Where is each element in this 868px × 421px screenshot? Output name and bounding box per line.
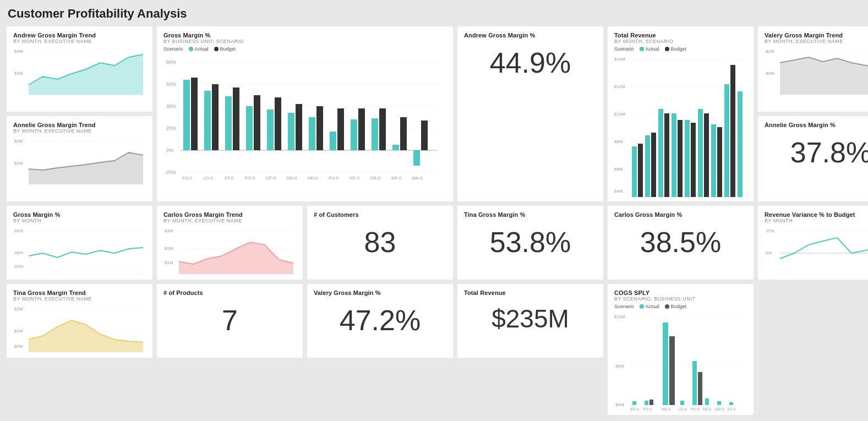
svg-rect-88: [704, 113, 709, 197]
cogs-sply-chart: $10M $5M $0M: [614, 311, 747, 411]
svg-rect-93: [738, 91, 743, 197]
svg-text:40%: 40%: [14, 250, 23, 255]
svg-rect-84: [678, 120, 683, 197]
tina-gm-trend-title: Tina Gross Margin Trend: [13, 289, 146, 296]
valery-gm-trend-chart: $1M $0M Jan Feb Mar Apr May Jun Jul Aug …: [765, 46, 868, 96]
svg-text:$1M: $1M: [165, 260, 173, 265]
svg-text:$2M: $2M: [14, 139, 23, 144]
gross-margin-pct-subtitle: BY BUSINESS UNIT, SCENARIO: [163, 39, 446, 44]
svg-rect-38: [296, 104, 302, 150]
svg-rect-77: [632, 146, 637, 197]
gross-margin-pct-title: Gross Margin %: [163, 32, 446, 39]
svg-text:ER-0: ER-0: [630, 407, 639, 411]
svg-text:$1M: $1M: [14, 161, 23, 166]
svg-text:20%: 20%: [166, 125, 176, 131]
valery-gm-trend-subtitle: BY MONTH, EXECUTIVE NAME: [765, 39, 868, 44]
svg-text:40%: 40%: [166, 103, 176, 109]
budget-legend-cogs: Budget: [665, 304, 687, 309]
svg-rect-50: [421, 121, 428, 150]
svg-rect-204: [645, 401, 648, 405]
svg-text:PU-0: PU-0: [329, 176, 339, 181]
svg-text:10%: 10%: [766, 228, 774, 233]
svg-rect-45: [372, 118, 378, 150]
svg-text:-20%: -20%: [165, 170, 176, 175]
andrew-gm-trend-chart: $4M $2M Jan Feb Mar Apr May Jun Jul Aug: [13, 46, 146, 96]
card-total-revenue-chart: Total Revenue BY MONTH, SCENARIO Scenari…: [608, 26, 754, 201]
svg-rect-41: [330, 132, 336, 150]
svg-text:$10M: $10M: [614, 112, 625, 117]
total-revenue-big-value: $235M: [464, 296, 597, 337]
svg-rect-83: [672, 113, 676, 197]
svg-text:$1M: $1M: [14, 329, 23, 333]
num-customers-title: # of Customers: [314, 211, 446, 218]
scenario-label-cogs: Scenario: [614, 304, 634, 309]
total-revenue-legend: Scenario Actual Budget: [614, 46, 747, 52]
svg-rect-80: [651, 133, 656, 197]
actual-legend: Actual: [189, 46, 209, 52]
gm-pct-line-subtitle: BY MONTH: [13, 218, 146, 223]
valery-gm-pct-value: 47.2%: [314, 296, 446, 340]
budget-dot-tr: [665, 47, 669, 51]
tina-gm-trend-subtitle: BY MONTH, EXECUTIVE NAME: [13, 296, 146, 302]
svg-rect-31: [225, 96, 232, 150]
svg-rect-203: [632, 401, 636, 405]
svg-text:$14M: $14M: [614, 57, 625, 62]
card-revenue-variance: Revenue Variance % to Budget BY MONTH 10…: [758, 206, 868, 280]
svg-rect-206: [663, 322, 668, 405]
svg-rect-27: [183, 80, 190, 150]
svg-rect-86: [691, 123, 696, 197]
tina-gm-trend-chart: $2M $1M $0M Jan Feb Mar Apr May Jun Jul …: [13, 304, 146, 353]
svg-text:$0M: $0M: [14, 344, 23, 349]
card-gross-margin-pct: Gross Margin % BY BUSINESS UNIT, SCENARI…: [157, 26, 453, 201]
annelie-gm-trend-title: Annelie Gross Margin Trend: [13, 122, 146, 128]
svg-rect-81: [658, 109, 663, 197]
svg-text:$4M: $4M: [14, 49, 23, 54]
andrew-gm-trend-title: Andrew Gross Margin Trend: [13, 32, 146, 39]
svg-text:CP-0: CP-0: [266, 176, 276, 181]
svg-text:FO-0: FO-0: [245, 176, 255, 181]
cogs-sply-legend: Scenario Actual Budget: [614, 304, 747, 309]
tina-gm-pct-value: 53.8%: [464, 218, 597, 262]
num-products-title: # of Products: [163, 289, 296, 296]
card-carlos-gm-pct: Carlos Gross Margin % 38.5%: [608, 206, 754, 280]
svg-marker-5: [29, 54, 143, 95]
svg-rect-209: [692, 361, 697, 405]
cogs-sply-title: COGS SPLY: [614, 289, 747, 296]
svg-text:$1M: $1M: [766, 49, 774, 54]
revenue-variance-subtitle: BY MONTH: [765, 218, 868, 223]
actual-label-cogs: Actual: [646, 304, 659, 309]
svg-text:0%: 0%: [166, 147, 173, 153]
svg-text:60%: 60%: [166, 81, 176, 87]
svg-marker-123: [29, 152, 143, 184]
svg-rect-85: [685, 120, 690, 197]
svg-rect-78: [638, 144, 643, 197]
svg-text:ST-0: ST-0: [225, 176, 234, 181]
svg-rect-89: [711, 124, 716, 197]
svg-text:HO-0: HO-0: [662, 407, 671, 411]
card-carlos-gm-trend: Carlos Gross Margin Trend BY MONTH, EXEC…: [157, 206, 303, 280]
svg-rect-44: [358, 108, 365, 150]
num-customers-value: 83: [314, 218, 446, 262]
svg-rect-30: [212, 84, 219, 150]
svg-text:PU-0: PU-0: [691, 407, 700, 411]
svg-rect-90: [717, 127, 722, 197]
annelie-gm-trend-chart: $2M $1M Jan Feb Mar Apr May Jun Jul Aug …: [13, 136, 146, 185]
svg-text:$0M: $0M: [615, 402, 624, 407]
card-num-customers: # of Customers 83: [307, 206, 453, 280]
card-valery-gm-pct: Valery Gross Margin % 47.2%: [307, 284, 453, 358]
andrew-gm-trend-subtitle: BY MONTH, EXECUTIVE NAME: [13, 39, 146, 44]
svg-rect-47: [392, 145, 399, 150]
budget-label: Budget: [220, 46, 236, 52]
card-annelie-gm-trend: Annelie Gross Margin Trend BY MONTH, EXE…: [7, 116, 152, 201]
scenario-label: Scenario: [163, 46, 183, 52]
svg-rect-36: [275, 97, 281, 150]
card-valery-gm-trend: Valery Gross Margin Trend BY MONTH, EXEC…: [758, 26, 868, 112]
andrew-gm-pct-title: Andrew Gross Margin %: [464, 32, 597, 39]
svg-text:ST-0: ST-0: [728, 407, 736, 411]
svg-text:80%: 80%: [166, 59, 176, 65]
svg-text:FS-0: FS-0: [182, 176, 192, 181]
annelie-gm-pct-value: 37.8%: [765, 128, 868, 172]
svg-text:$2M: $2M: [165, 246, 173, 251]
budget-legend: Budget: [214, 46, 236, 52]
svg-text:$10M: $10M: [614, 314, 625, 319]
